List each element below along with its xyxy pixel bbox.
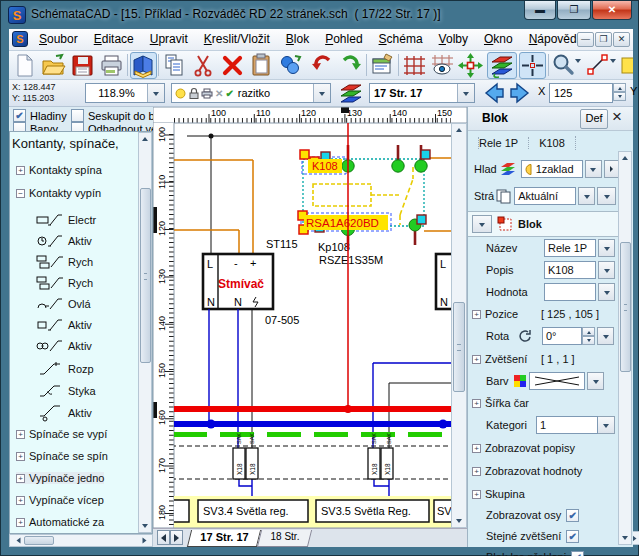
tree-group[interactable]: +Spínače se spín <box>16 450 108 462</box>
tree-group[interactable]: +Vypínače jedno <box>16 472 104 484</box>
save-button[interactable] <box>69 52 96 79</box>
layer-field[interactable]: 1zaklad <box>521 160 583 178</box>
zoom-tool-dropdown[interactable] <box>575 63 581 81</box>
stamp-button[interactable] <box>369 52 396 79</box>
expand-icon[interactable]: + <box>472 490 481 499</box>
print-button[interactable] <box>98 52 125 79</box>
checkbox-hladiny-box[interactable]: ✔ <box>13 109 26 122</box>
menu-blok[interactable]: Blok <box>278 29 317 51</box>
menu-editace[interactable]: Editace <box>86 29 142 51</box>
mdi-restore-button[interactable]: ❐ <box>595 32 612 47</box>
prev-page-button[interactable] <box>482 81 506 109</box>
nazev-field[interactable]: Rele 1P <box>544 239 596 257</box>
layer-drop-button[interactable] <box>585 160 602 178</box>
tab-scroll-right-button[interactable] <box>170 530 183 545</box>
hodnota-drop[interactable] <box>598 283 615 301</box>
tree-item[interactable]: Aktiv <box>36 317 92 333</box>
terminal-connectors[interactable]: SAK SAK SAK SAK X18 X18 X18 X18 <box>233 433 393 479</box>
preklopit-checkbox[interactable]: ✔ <box>571 551 584 556</box>
menu-kreslit[interactable]: Kreslit/Vložit <box>196 29 278 51</box>
tab-scroll-left-button[interactable] <box>157 530 170 545</box>
tree-item[interactable]: Ovlá <box>36 296 91 312</box>
checkbox-seskupit-box[interactable] <box>71 109 84 122</box>
tab-page-17[interactable]: 17 Str. 17 <box>187 530 262 547</box>
layer-combobox[interactable]: ✕ ✔ razitko <box>171 83 331 103</box>
line-tool-dropdown[interactable] <box>610 63 616 81</box>
page-dropdown-button[interactable] <box>457 84 474 102</box>
panel-scrollbar-thumb[interactable] <box>620 242 631 372</box>
expand-icon[interactable]: + <box>16 166 25 175</box>
tree-item[interactable]: Rozp <box>36 361 94 377</box>
new-file-button[interactable] <box>11 52 38 79</box>
zoom-tool-button[interactable] <box>551 52 575 79</box>
tree-group-kontakty-vypinaci[interactable]: −Kontakty vypín <box>16 187 101 199</box>
open-file-button[interactable] <box>40 52 67 79</box>
selected-relay-block[interactable]: K108 RSA1A620BD <box>298 145 430 249</box>
kategori-field[interactable]: 1 <box>536 416 598 434</box>
tree-group[interactable]: +Vypínače vícep <box>16 494 104 506</box>
x-coord-spinner[interactable] <box>613 83 626 101</box>
delete-button[interactable] <box>219 52 246 79</box>
close-button[interactable]: ✕ <box>592 1 632 20</box>
replace-button[interactable] <box>277 52 304 79</box>
tree-item[interactable]: Rych <box>36 275 93 291</box>
canvas-scrollbar-thumb[interactable] <box>453 302 465 392</box>
mdi-minimize-button[interactable]: — <box>577 32 594 47</box>
tree-horizontal-scrollbar[interactable] <box>9 534 153 547</box>
redo-button[interactable] <box>337 52 364 79</box>
checkbox-seskupit[interactable]: Seskupit do bl <box>71 109 157 122</box>
page-combobox[interactable]: 17 Str. 17 <box>369 83 475 103</box>
hodnota-field[interactable] <box>544 283 596 301</box>
menu-soubor[interactable]: Soubor <box>31 29 86 51</box>
panel-close-icon[interactable]: × <box>612 107 622 127</box>
x-coord-input[interactable]: 125 <box>549 83 613 103</box>
rota-spinner[interactable] <box>582 327 595 345</box>
expand-icon[interactable]: + <box>472 310 481 319</box>
symbol-tree[interactable]: Kontanty, spínače, +Kontakty spína −Kont… <box>9 131 153 534</box>
panel-vertical-scrollbar[interactable] <box>618 151 632 545</box>
checkbox-hladiny[interactable]: ✔ Hladiny <box>13 109 67 122</box>
canvas-vertical-scrollbar[interactable] <box>451 123 467 528</box>
grid-visibility-button[interactable] <box>429 52 456 79</box>
expand-icon[interactable]: + <box>472 399 481 408</box>
kategori-drop[interactable] <box>598 416 615 434</box>
layers-manager-button[interactable] <box>337 80 364 107</box>
popis-field[interactable]: K108 <box>544 261 596 279</box>
rota-drop[interactable] <box>597 327 614 345</box>
drawing-canvas[interactable]: 100 110 120 130 140 150 100 110 120 130 … <box>153 107 467 528</box>
tree-header[interactable]: Kontanty, spínače, <box>12 136 119 151</box>
dimmer-device[interactable]: L - + N N Stmívač <box>203 254 273 309</box>
menu-volby[interactable]: Volby <box>431 29 476 51</box>
layer-dropdown-button[interactable] <box>313 84 330 102</box>
copy-button[interactable] <box>161 52 188 79</box>
page-more-button[interactable] <box>597 187 616 205</box>
tree-hscrollbar-thumb[interactable] <box>24 536 54 545</box>
popis-drop[interactable] <box>598 261 615 279</box>
expand-icon[interactable]: + <box>472 355 481 364</box>
tree-scrollbar-thumb[interactable] <box>140 188 151 363</box>
page-field[interactable]: Aktuální <box>514 187 576 205</box>
restore-button[interactable]: ❐ <box>557 1 591 20</box>
tree-item[interactable]: Aktiv <box>36 338 92 354</box>
tree-item[interactable]: Aktiv <box>36 404 92 422</box>
menu-pohled[interactable]: Pohled <box>317 29 370 51</box>
barv-field[interactable] <box>529 372 585 390</box>
menu-schema[interactable]: Schéma <box>371 29 431 51</box>
page-drop-button[interactable] <box>578 187 595 205</box>
layers-mode-button[interactable] <box>487 52 517 79</box>
tree-group-kontakty-spinaci[interactable]: +Kontakty spína <box>16 164 102 176</box>
expand-icon[interactable]: + <box>472 467 481 476</box>
def-button[interactable]: Def <box>580 109 608 129</box>
mdi-close-button[interactable]: ✕ <box>613 32 630 47</box>
next-page-button[interactable] <box>508 81 532 109</box>
menu-okno[interactable]: Okno <box>476 29 521 51</box>
cut-button[interactable] <box>190 52 217 79</box>
grid-button[interactable] <box>401 52 428 79</box>
fill-tool-button[interactable] <box>620 52 633 79</box>
tree-item[interactable]: Styka <box>36 383 96 399</box>
tree-group[interactable]: +Automatické za <box>16 516 104 528</box>
zobr-osy-checkbox[interactable]: ✔ <box>566 509 579 522</box>
rota-field[interactable]: 0° <box>542 327 582 345</box>
tree-group[interactable]: +Spínače se vypí <box>16 428 107 440</box>
snap-crosshair-button[interactable] <box>519 52 546 79</box>
